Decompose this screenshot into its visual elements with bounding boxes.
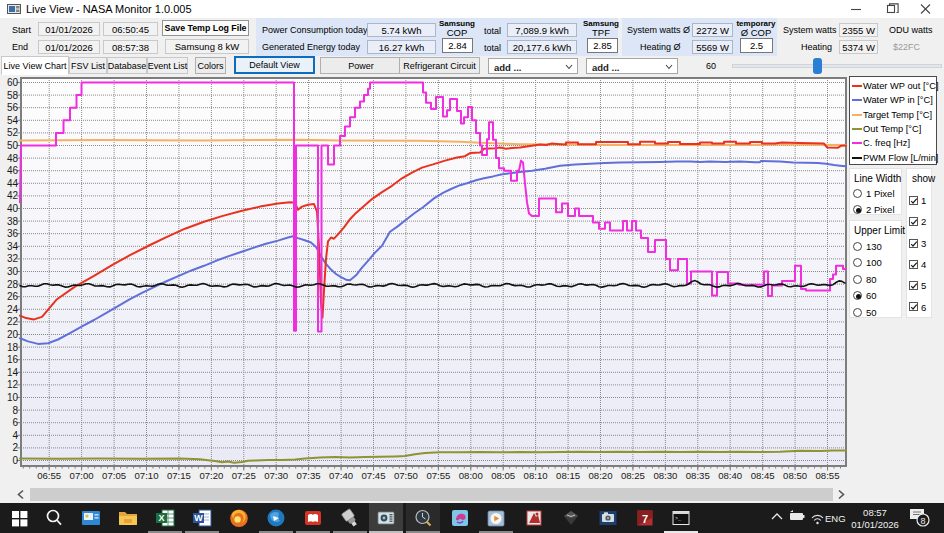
svg-text:32: 32 — [7, 253, 19, 264]
svg-text:26: 26 — [7, 291, 19, 302]
svg-text:54: 54 — [7, 115, 19, 126]
svg-text:14: 14 — [7, 367, 19, 378]
svg-text:07:40: 07:40 — [329, 470, 353, 481]
svg-text:08:20: 08:20 — [588, 470, 612, 481]
svg-text:60: 60 — [7, 77, 19, 88]
svg-text:7: 7 — [642, 513, 648, 525]
svg-text:08:00: 08:00 — [459, 470, 483, 481]
svg-text:07:05: 07:05 — [102, 470, 126, 481]
svg-text:08:40: 08:40 — [718, 470, 742, 481]
svg-text:07:00: 07:00 — [70, 470, 94, 481]
svg-text:08:35: 08:35 — [686, 470, 710, 481]
svg-text:20: 20 — [7, 329, 19, 340]
svg-text:08:10: 08:10 — [524, 470, 548, 481]
svg-text:07:20: 07:20 — [199, 470, 223, 481]
svg-text:2: 2 — [12, 442, 18, 453]
svg-text:07:15: 07:15 — [167, 470, 191, 481]
svg-text:34: 34 — [7, 241, 19, 252]
svg-text:40: 40 — [7, 203, 19, 214]
svg-text:30: 30 — [7, 266, 19, 277]
svg-text:18: 18 — [7, 342, 19, 353]
svg-text:24: 24 — [7, 304, 19, 315]
svg-text:10: 10 — [7, 392, 19, 403]
svg-text:6: 6 — [12, 417, 18, 428]
svg-text:08:05: 08:05 — [491, 470, 515, 481]
svg-text:16: 16 — [7, 354, 19, 365]
svg-text:08:50: 08:50 — [783, 470, 807, 481]
svg-text:28: 28 — [7, 279, 19, 290]
svg-text:42: 42 — [7, 190, 19, 201]
svg-text:08:30: 08:30 — [653, 470, 677, 481]
svg-text:07:10: 07:10 — [134, 470, 158, 481]
svg-text:56: 56 — [7, 102, 19, 113]
svg-text:06:55: 06:55 — [37, 470, 61, 481]
svg-text:08:15: 08:15 — [556, 470, 580, 481]
svg-text:W: W — [194, 513, 203, 523]
svg-text:01/01/2026: 01/01/2026 — [851, 519, 899, 530]
svg-text:8: 8 — [12, 405, 18, 416]
svg-text:08:57: 08:57 — [863, 507, 887, 518]
svg-text:07:35: 07:35 — [297, 470, 321, 481]
svg-text:22: 22 — [7, 316, 19, 327]
svg-text:ENG: ENG — [825, 513, 846, 524]
svg-text:X: X — [158, 513, 164, 523]
svg-text:07:45: 07:45 — [361, 470, 385, 481]
svg-text:>_: >_ — [675, 516, 682, 522]
svg-text:4: 4 — [12, 430, 18, 441]
svg-text:07:25: 07:25 — [232, 470, 256, 481]
svg-text:48: 48 — [7, 153, 19, 164]
svg-text:52: 52 — [7, 127, 19, 138]
svg-text:58: 58 — [7, 90, 19, 101]
svg-text:8: 8 — [920, 516, 925, 526]
svg-text:44: 44 — [7, 178, 19, 189]
svg-text:36: 36 — [7, 228, 19, 239]
svg-text:08:55: 08:55 — [815, 470, 839, 481]
svg-text:46: 46 — [7, 165, 19, 176]
svg-text:08:45: 08:45 — [751, 470, 775, 481]
svg-text:38: 38 — [7, 216, 19, 227]
svg-text:12: 12 — [7, 379, 19, 390]
svg-text:50: 50 — [7, 140, 19, 151]
svg-text:07:50: 07:50 — [394, 470, 418, 481]
svg-text:07:30: 07:30 — [264, 470, 288, 481]
svg-text:07:55: 07:55 — [426, 470, 450, 481]
svg-text:0: 0 — [12, 455, 18, 466]
svg-text:08:25: 08:25 — [621, 470, 645, 481]
